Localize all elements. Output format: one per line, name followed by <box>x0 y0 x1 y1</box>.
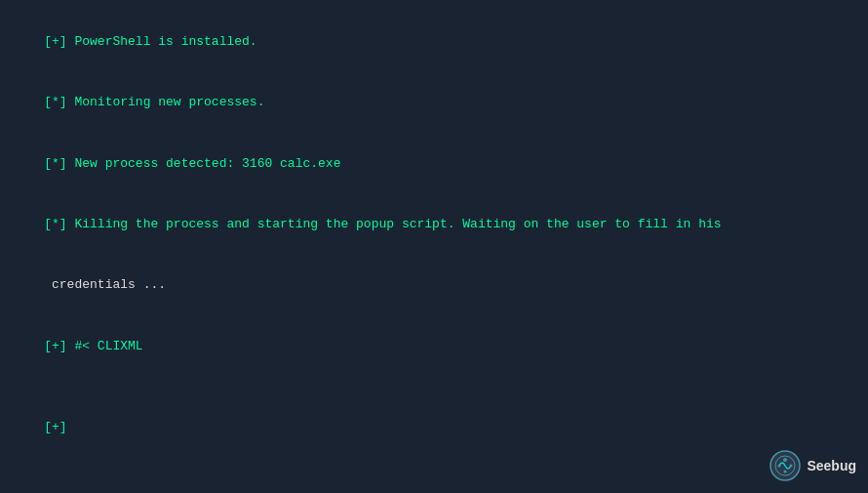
output-line-2: [*] Monitoring new processes. <box>14 72 854 133</box>
output-line-4b: credentials ... <box>14 256 854 316</box>
svg-point-3 <box>778 465 781 468</box>
bracket-indicator: [+] PowerShell is installed. <box>44 34 256 49</box>
seebug-badge: Seebug <box>769 450 856 481</box>
svg-point-4 <box>790 465 793 468</box>
bracket-indicator: [*] Killing the process and starting the… <box>44 217 721 231</box>
bracket-indicator: [*] New process detected: 3160 calc.exe <box>44 156 340 171</box>
seebug-label: Seebug <box>807 458 856 473</box>
empty-line-2 <box>14 459 854 479</box>
continuation-text: credentials ... <box>44 277 166 292</box>
bracket-indicator: [+] #< CLIXML <box>44 339 142 353</box>
svg-point-2 <box>783 458 787 462</box>
output-line-5: [+] #< CLIXML <box>14 316 854 377</box>
seebug-logo-icon <box>769 450 801 481</box>
empty-line-1 <box>14 377 854 397</box>
bracket-indicator: [+] <box>44 420 66 434</box>
svg-point-5 <box>784 471 787 473</box>
bracket-indicator: [*] Monitoring new processes. <box>44 95 264 109</box>
output-line-1: [+] PowerShell is installed. <box>14 12 854 72</box>
terminal-window: [+] PowerShell is installed. [*] Monitor… <box>0 0 868 493</box>
output-line-6: [+] <box>14 397 854 458</box>
output-line-3: [*] New process detected: 3160 calc.exe <box>14 134 854 194</box>
output-line-7: [+] UserName Domain Password <box>14 478 854 493</box>
output-line-4: [*] Killing the process and starting the… <box>14 194 854 255</box>
